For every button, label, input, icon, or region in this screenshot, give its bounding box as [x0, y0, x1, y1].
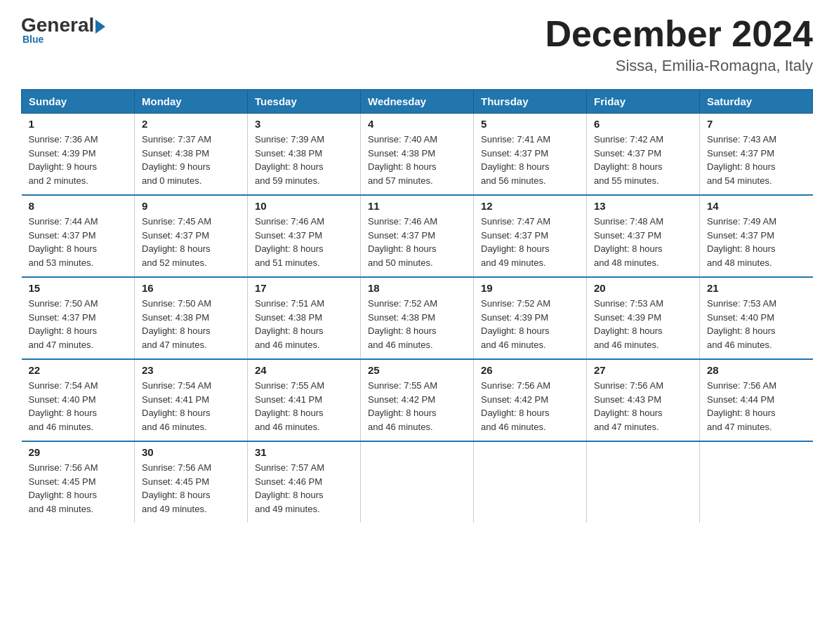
day-info: Sunrise: 7:40 AMSunset: 4:38 PMDaylight:…	[368, 133, 466, 187]
day-info: Sunrise: 7:39 AMSunset: 4:38 PMDaylight:…	[255, 133, 353, 187]
calendar-cell: 28Sunrise: 7:56 AMSunset: 4:44 PMDayligh…	[700, 359, 813, 441]
day-info: Sunrise: 7:56 AMSunset: 4:43 PMDaylight:…	[594, 379, 692, 434]
calendar-cell: 18Sunrise: 7:52 AMSunset: 4:38 PMDayligh…	[361, 277, 474, 359]
calendar-cell: 27Sunrise: 7:56 AMSunset: 4:43 PMDayligh…	[587, 359, 700, 441]
day-info: Sunrise: 7:54 AMSunset: 4:40 PMDaylight:…	[29, 379, 128, 434]
day-number: 29	[29, 446, 128, 458]
calendar-cell: 7Sunrise: 7:43 AMSunset: 4:37 PMDaylight…	[700, 114, 813, 196]
day-info: Sunrise: 7:53 AMSunset: 4:39 PMDaylight:…	[594, 297, 692, 351]
logo-blue-text: Blue	[21, 34, 107, 45]
week-row-1: 1Sunrise: 7:36 AMSunset: 4:39 PMDaylight…	[22, 114, 813, 196]
header-wednesday: Wednesday	[361, 90, 474, 114]
day-info: Sunrise: 7:55 AMSunset: 4:42 PMDaylight:…	[368, 379, 466, 434]
day-number: 14	[707, 200, 806, 212]
day-info: Sunrise: 7:56 AMSunset: 4:45 PMDaylight:…	[142, 461, 240, 516]
day-number: 31	[255, 446, 353, 458]
calendar-cell: 25Sunrise: 7:55 AMSunset: 4:42 PMDayligh…	[361, 359, 474, 441]
day-number: 8	[29, 200, 128, 212]
day-number: 7	[707, 118, 806, 130]
header-friday: Friday	[587, 90, 700, 114]
day-number: 12	[481, 200, 579, 212]
day-number: 6	[594, 118, 692, 130]
calendar-cell	[700, 441, 813, 523]
calendar-table: SundayMondayTuesdayWednesdayThursdayFrid…	[21, 89, 813, 523]
day-info: Sunrise: 7:44 AMSunset: 4:37 PMDaylight:…	[29, 215, 128, 269]
calendar-cell: 23Sunrise: 7:54 AMSunset: 4:41 PMDayligh…	[135, 359, 248, 441]
day-number: 17	[255, 282, 353, 294]
week-row-3: 15Sunrise: 7:50 AMSunset: 4:37 PMDayligh…	[22, 277, 813, 359]
day-info: Sunrise: 7:48 AMSunset: 4:37 PMDaylight:…	[594, 215, 692, 269]
day-number: 1	[29, 118, 128, 130]
calendar-cell: 15Sunrise: 7:50 AMSunset: 4:37 PMDayligh…	[22, 277, 135, 359]
day-info: Sunrise: 7:42 AMSunset: 4:37 PMDaylight:…	[594, 133, 692, 187]
day-number: 18	[368, 282, 466, 294]
day-info: Sunrise: 7:46 AMSunset: 4:37 PMDaylight:…	[255, 215, 353, 269]
day-number: 4	[368, 118, 466, 130]
day-number: 13	[594, 200, 692, 212]
day-number: 2	[142, 118, 240, 130]
day-info: Sunrise: 7:54 AMSunset: 4:41 PMDaylight:…	[142, 379, 240, 434]
day-number: 3	[255, 118, 353, 130]
day-number: 5	[481, 118, 579, 130]
day-number: 20	[594, 282, 692, 294]
calendar-cell: 30Sunrise: 7:56 AMSunset: 4:45 PMDayligh…	[135, 441, 248, 523]
location-title: Sissa, Emilia-Romagna, Italy	[545, 57, 813, 75]
day-info: Sunrise: 7:52 AMSunset: 4:39 PMDaylight:…	[481, 297, 579, 351]
header-monday: Monday	[135, 90, 248, 114]
day-info: Sunrise: 7:51 AMSunset: 4:38 PMDaylight:…	[255, 297, 353, 351]
week-row-5: 29Sunrise: 7:56 AMSunset: 4:45 PMDayligh…	[22, 441, 813, 523]
week-row-2: 8Sunrise: 7:44 AMSunset: 4:37 PMDaylight…	[22, 195, 813, 277]
week-row-4: 22Sunrise: 7:54 AMSunset: 4:40 PMDayligh…	[22, 359, 813, 441]
calendar-cell: 31Sunrise: 7:57 AMSunset: 4:46 PMDayligh…	[248, 441, 361, 523]
calendar-cell: 8Sunrise: 7:44 AMSunset: 4:37 PMDaylight…	[22, 195, 135, 277]
day-info: Sunrise: 7:50 AMSunset: 4:37 PMDaylight:…	[29, 297, 128, 351]
calendar-cell: 22Sunrise: 7:54 AMSunset: 4:40 PMDayligh…	[22, 359, 135, 441]
calendar-cell	[474, 441, 587, 523]
page-header: General Blue December 2024 Sissa, Emilia…	[21, 14, 813, 75]
day-number: 19	[481, 282, 579, 294]
calendar-cell	[587, 441, 700, 523]
calendar-cell: 29Sunrise: 7:56 AMSunset: 4:45 PMDayligh…	[22, 441, 135, 523]
calendar-cell: 10Sunrise: 7:46 AMSunset: 4:37 PMDayligh…	[248, 195, 361, 277]
day-number: 23	[142, 364, 240, 376]
day-number: 24	[255, 364, 353, 376]
calendar-cell: 21Sunrise: 7:53 AMSunset: 4:40 PMDayligh…	[700, 277, 813, 359]
calendar-cell: 13Sunrise: 7:48 AMSunset: 4:37 PMDayligh…	[587, 195, 700, 277]
day-info: Sunrise: 7:56 AMSunset: 4:45 PMDaylight:…	[29, 461, 128, 516]
header-saturday: Saturday	[700, 90, 813, 114]
calendar-cell: 20Sunrise: 7:53 AMSunset: 4:39 PMDayligh…	[587, 277, 700, 359]
day-number: 10	[255, 200, 353, 212]
day-number: 21	[707, 282, 806, 294]
calendar-cell: 26Sunrise: 7:56 AMSunset: 4:42 PMDayligh…	[474, 359, 587, 441]
day-info: Sunrise: 7:43 AMSunset: 4:37 PMDaylight:…	[707, 133, 806, 187]
day-info: Sunrise: 7:56 AMSunset: 4:42 PMDaylight:…	[481, 379, 579, 434]
day-number: 16	[142, 282, 240, 294]
calendar-cell: 12Sunrise: 7:47 AMSunset: 4:37 PMDayligh…	[474, 195, 587, 277]
day-info: Sunrise: 7:56 AMSunset: 4:44 PMDaylight:…	[707, 379, 806, 434]
calendar-cell: 2Sunrise: 7:37 AMSunset: 4:38 PMDaylight…	[135, 114, 248, 196]
calendar-cell: 4Sunrise: 7:40 AMSunset: 4:38 PMDaylight…	[361, 114, 474, 196]
day-info: Sunrise: 7:49 AMSunset: 4:37 PMDaylight:…	[707, 215, 806, 269]
day-number: 22	[29, 364, 128, 376]
month-title: December 2024	[545, 14, 813, 54]
day-info: Sunrise: 7:52 AMSunset: 4:38 PMDaylight:…	[368, 297, 466, 351]
day-number: 27	[594, 364, 692, 376]
calendar-cell: 6Sunrise: 7:42 AMSunset: 4:37 PMDaylight…	[587, 114, 700, 196]
header-thursday: Thursday	[474, 90, 587, 114]
day-number: 28	[707, 364, 806, 376]
calendar-cell: 5Sunrise: 7:41 AMSunset: 4:37 PMDaylight…	[474, 114, 587, 196]
calendar-cell: 16Sunrise: 7:50 AMSunset: 4:38 PMDayligh…	[135, 277, 248, 359]
day-info: Sunrise: 7:37 AMSunset: 4:38 PMDaylight:…	[142, 133, 240, 187]
calendar-cell: 3Sunrise: 7:39 AMSunset: 4:38 PMDaylight…	[248, 114, 361, 196]
logo-arrow-icon	[95, 20, 105, 34]
calendar-cell: 24Sunrise: 7:55 AMSunset: 4:41 PMDayligh…	[248, 359, 361, 441]
header-sunday: Sunday	[22, 90, 135, 114]
day-info: Sunrise: 7:45 AMSunset: 4:37 PMDaylight:…	[142, 215, 240, 269]
day-info: Sunrise: 7:36 AMSunset: 4:39 PMDaylight:…	[29, 133, 128, 187]
logo: General Blue	[21, 14, 107, 45]
calendar-cell: 17Sunrise: 7:51 AMSunset: 4:38 PMDayligh…	[248, 277, 361, 359]
day-info: Sunrise: 7:53 AMSunset: 4:40 PMDaylight:…	[707, 297, 806, 351]
day-number: 11	[368, 200, 466, 212]
calendar-cell	[361, 441, 474, 523]
day-number: 30	[142, 446, 240, 458]
